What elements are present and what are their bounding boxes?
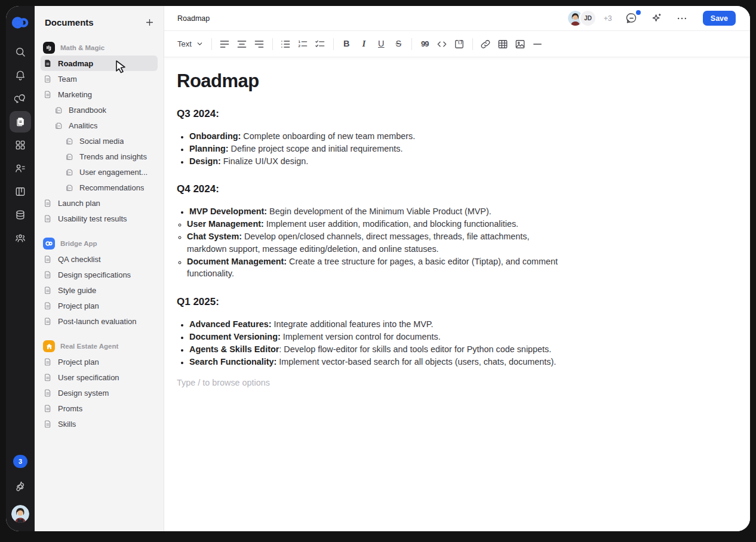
sidebar-item-promts[interactable]: Promts <box>41 401 158 416</box>
bold-button[interactable]: B <box>338 36 355 53</box>
sidebar-item-label: Analitics <box>69 121 97 130</box>
page-icon <box>43 74 53 84</box>
section-header-math-magic[interactable]: Math & Magic <box>41 40 158 56</box>
link-button[interactable] <box>477 36 494 53</box>
main-panel: Roadmap JD +3 <box>164 6 750 531</box>
rail-bell-icon[interactable] <box>10 64 31 86</box>
rail-contacts-icon[interactable] <box>10 158 31 179</box>
bridge-icon <box>43 238 55 250</box>
table-icon <box>497 38 509 50</box>
app-logo-icon[interactable] <box>11 13 30 32</box>
bullet-item: MVP Development: Begin development of th… <box>189 205 565 218</box>
code-block-button[interactable]: {'} <box>451 36 468 53</box>
sidebar-item-trends-and-insights[interactable]: Trends and insights <box>41 149 158 164</box>
bullet-list: MVP Development: Begin development of th… <box>177 205 565 280</box>
underline-button[interactable]: U <box>373 36 390 53</box>
house-icon <box>43 340 55 352</box>
editor-placeholder[interactable]: Type / to browse options <box>177 378 732 387</box>
collaborator-overflow-count[interactable]: +3 <box>604 14 612 23</box>
svg-text:1: 1 <box>299 39 301 43</box>
sidebar-item-skills[interactable]: Skills <box>41 416 158 432</box>
section-header-bridge[interactable]: Bridge App <box>41 236 158 251</box>
italic-button[interactable]: I <box>355 36 373 53</box>
align-left-icon <box>219 38 231 50</box>
sidebar-item-qa-checklist[interactable]: QA checklist <box>41 251 158 267</box>
quote-button[interactable]: 99 <box>416 36 434 53</box>
add-document-button[interactable] <box>143 16 155 28</box>
align-left-button[interactable] <box>216 36 233 53</box>
sidebar-item-team[interactable]: Team <box>41 71 158 87</box>
hr-button[interactable] <box>529 36 546 53</box>
code-button[interactable] <box>434 36 451 53</box>
bullet-list: Onboarding: Complete onboarding of new t… <box>177 130 565 167</box>
bullet-item: Agents & Skills Editor: Develop flow-edi… <box>189 343 565 356</box>
sidebar-item-roadmap[interactable]: Roadmap <box>41 56 158 71</box>
settings-gear-icon[interactable] <box>10 476 31 497</box>
align-center-button[interactable] <box>233 36 251 53</box>
bullet-item: Chat System: Develop open/closed channel… <box>187 230 565 255</box>
more-options-icon[interactable] <box>674 11 690 26</box>
sidebar-item-design-system[interactable]: Design system <box>41 385 158 401</box>
rail-database-icon[interactable] <box>10 204 31 226</box>
notification-count-badge[interactable]: 3 <box>13 455 27 468</box>
editor-content[interactable]: Roadmap Q3 2024:Onboarding: Complete onb… <box>164 57 750 531</box>
italic-icon: I <box>362 39 365 48</box>
page-icon <box>43 316 53 326</box>
page-icon <box>43 214 53 223</box>
bullet-item: Planning: Define project scope and initi… <box>189 143 565 155</box>
section-heading: Q4 2024: <box>177 183 565 195</box>
documents-sidebar: Documents Math & MagicRoadmapTeamMarketi… <box>35 6 164 531</box>
sidebar-item-project-plan[interactable]: Project plan <box>41 298 158 313</box>
rail-documents-icon[interactable] <box>10 111 31 133</box>
list-check-button[interactable] <box>312 36 329 53</box>
list-bullet-icon <box>279 38 291 50</box>
rail-chat-icon[interactable] <box>10 88 31 109</box>
toolbar-separator <box>333 38 334 50</box>
sidebar-item-recommendations[interactable]: Recommendations <box>41 180 158 195</box>
strikethrough-button[interactable]: S <box>390 36 407 53</box>
sidebar-item-design-specifications[interactable]: Design specifications <box>41 267 158 282</box>
pages-icon <box>54 121 63 130</box>
sidebar-item-label: Post-launch evaluation <box>58 317 137 326</box>
bullet-list: User Management: Implement user addition… <box>177 218 565 280</box>
section-header-house[interactable]: Real Estate Agent <box>41 338 158 354</box>
list-ordered-button[interactable]: 12 <box>294 36 312 53</box>
sidebar-section: Bridge AppQA checklistDesign specificati… <box>41 236 158 329</box>
rail-kanban-icon[interactable] <box>10 181 31 202</box>
block-type-dropdown[interactable]: Text <box>174 37 207 51</box>
page-icon <box>43 270 53 279</box>
pages-icon <box>64 183 74 192</box>
image-button[interactable] <box>512 36 529 53</box>
sidebar-item-launch-plan[interactable]: Launch plan <box>41 195 158 211</box>
sidebar-item-post-launch-evaluation[interactable]: Post-launch evaluation <box>41 313 158 329</box>
align-center-icon <box>236 38 248 50</box>
sidebar-item-style-guide[interactable]: Style guide <box>41 282 158 298</box>
ai-sparkle-icon[interactable] <box>649 11 665 26</box>
sidebar-item-analitics[interactable]: Analitics <box>41 118 158 133</box>
rail-team-icon[interactable] <box>10 227 31 249</box>
sidebar-item-usability-test-results[interactable]: Usability test results <box>41 211 158 226</box>
sidebar-item-marketing[interactable]: Marketing <box>41 87 158 102</box>
sidebar-item-user-engagement[interactable]: User engagement... <box>41 164 158 180</box>
sidebar-item-label: Project plan <box>58 301 99 310</box>
align-right-button[interactable] <box>251 36 268 53</box>
comments-icon[interactable] <box>624 11 640 26</box>
svg-text:{'}: {'} <box>458 39 462 44</box>
list-bullet-button[interactable] <box>277 36 294 53</box>
page-icon <box>43 198 53 208</box>
align-right-icon <box>253 38 265 50</box>
collaborator-avatars: JD <box>567 10 597 27</box>
sidebar-item-user-specification[interactable]: User specification <box>41 369 158 385</box>
user-avatar[interactable] <box>11 505 29 523</box>
rail-search-icon[interactable] <box>10 41 31 63</box>
pages-icon <box>64 167 74 177</box>
sidebar-item-brandbook[interactable]: Brandbook <box>41 102 158 118</box>
sidebar-item-label: Promts <box>58 404 82 413</box>
collaborator-avatar-initials[interactable]: JD <box>579 10 597 27</box>
save-button[interactable]: Save <box>703 11 736 26</box>
sidebar-item-social-media[interactable]: Social media <box>41 133 158 149</box>
sidebar-item-project-plan[interactable]: Project plan <box>41 354 158 369</box>
rail-grid-icon[interactable] <box>10 134 31 156</box>
table-button[interactable] <box>494 36 512 53</box>
toolbar-separator <box>211 38 212 50</box>
